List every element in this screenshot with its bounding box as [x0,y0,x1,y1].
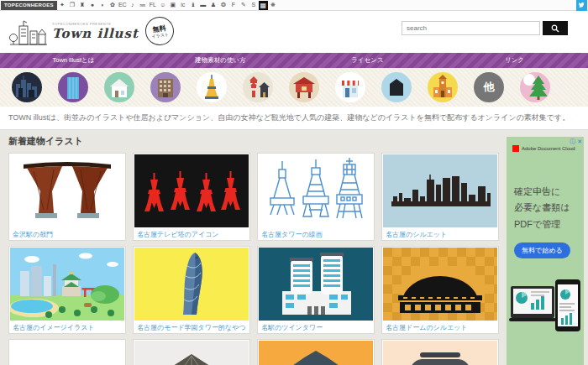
copy-icon[interactable]: ❐ [67,0,77,10]
site-icon-row: ✦❐♜●◗✿EC♪㎜FL☺▣ic♝▬♟❂F✎S [57,0,259,11]
card-gray-dome[interactable] [8,339,126,365]
card-nagoya-dome-silhouette[interactable]: 名古屋ドームのシルエット [381,246,499,334]
thumb-nagoya-image-illustration [10,248,124,321]
topecon-heroes-brand[interactable]: TOPECONHEROES [1,1,57,10]
category-house[interactable] [104,72,134,102]
music-note-icon[interactable]: ♪ [128,0,138,10]
card-title[interactable]: 名古屋のイメージイラスト [10,321,124,332]
nav-item-links[interactable]: リンク [441,53,588,68]
brush-icon[interactable]: ✎ [239,0,249,10]
category-glass-building[interactable] [58,72,88,102]
smiley-icon[interactable]: ☺ [158,0,168,10]
thumb-mode-gakuen-tower [134,248,249,321]
site-description: TOWN illustは、街並みのイラストや住居およびマンション、自由の女神など… [8,112,570,123]
category-shrine[interactable] [289,72,319,102]
category-other-label: 他 [484,80,495,95]
card-title[interactable]: 金沢駅の鼓門 [10,227,124,239]
thumb-kanazawa-tsuzumi-gate [10,154,124,227]
search-area [402,21,568,35]
card-pavilion-roof[interactable] [133,339,250,365]
thumb-pavilion-roof [134,341,249,365]
sidebar-ad[interactable]: ⓘ ✕ Adobe Document Cloud 確定申告に 必要な書類は PD… [507,137,584,365]
thumb-temple-roof-orange [259,341,373,365]
site-title: Town illust [52,26,139,41]
frame-icon[interactable]: ▣ [168,0,178,10]
site-header: TOPECONHEROES PRESENTS Town illust 無料 イラ… [0,11,588,53]
building-icon[interactable]: ♝ [188,0,198,10]
category-shop[interactable] [335,72,365,102]
icoon-site-icon[interactable]: ic [178,0,188,10]
ec-site-icon[interactable]: EC [118,0,128,10]
card-nagoya-silhouette[interactable]: 名古屋のシルエット [381,153,499,241]
card-mode-gakuen-tower[interactable]: 名古屋のモード学園タワー的なやつ [133,246,250,334]
flat-icon-site-icon[interactable]: FL [148,0,158,10]
category-tower[interactable] [197,72,227,102]
card-temple-roof-peach[interactable] [381,339,499,365]
thumb-nagoya-tv-tower-icons [134,154,249,227]
ad-brand-row: Adobe Document Cloud [512,145,584,152]
ad-close-icon[interactable]: ✕ [577,138,582,144]
site-logo[interactable]: TOPECONHEROES PRESENTS Town illust 無料 イラ… [8,16,174,46]
thumb-meieki-twin-towers [259,248,373,321]
leaf-icon[interactable]: ◗ [97,0,108,10]
category-university[interactable] [428,72,458,102]
illustration-grid: 金沢駅の鼓門 [8,153,499,365]
category-tree-nature[interactable] [520,72,550,102]
crown-icon[interactable]: ✿ [108,0,118,10]
category-building-silhouette[interactable] [381,72,412,102]
thumb-gray-dome [10,341,124,365]
twitter-bird-icon [578,2,585,9]
ad-headline-line2: 必要な書類は [514,200,584,216]
adobe-pdf-icon [512,145,519,152]
logo-text: TOPECONHEROES PRESENTS Town illust [52,22,139,41]
town-sketch-icon [8,16,47,46]
ad-cta-button[interactable]: 無料で始める [514,242,570,258]
nav-item-about[interactable]: Town illustとは [0,53,147,68]
card-nagoya-image-illustration[interactable]: 名古屋のイメージイラスト [8,246,126,334]
category-other[interactable]: 他 [474,72,504,102]
ad-brand-name: Adobe Document Cloud [522,146,575,151]
category-row: 他 [0,68,588,107]
flower-icon[interactable]: ❂ [218,0,228,10]
adchoices-controls[interactable]: ⓘ ✕ [570,138,582,146]
search-input[interactable] [402,21,540,35]
twitter-button[interactable] [576,0,587,11]
s-site-icon[interactable]: S [249,0,259,10]
card-title[interactable]: 名古屋タワーの線画 [259,227,373,239]
card-temple-roof-orange[interactable] [257,339,375,365]
card-nagoya-tower-lineart[interactable]: 名古屋タワーの線画 [257,153,375,241]
thumb-nagoya-tower-lineart [259,154,373,227]
top-utility-bar: TOPECONHEROES ✦❐♜●◗✿EC♪㎜FL☺▣ic♝▬♟❂F✎S ▦ … [0,0,588,11]
card-title[interactable]: 名古屋のモード学園タワー的なやつ [134,321,249,332]
category-office-building[interactable] [150,72,181,102]
dot-icon[interactable]: ● [87,0,97,10]
ad-info-icon[interactable]: ⓘ [570,138,575,144]
nav-item-license[interactable]: ライセンス [294,53,441,68]
car-icon[interactable]: ▬ [198,0,208,10]
card-nagoya-tv-tower-icons[interactable]: 名古屋テレビ塔のアイコン [133,153,250,241]
sofa-icon[interactable]: ✦ [57,0,67,10]
card-title[interactable]: 名古屋のシルエット [383,227,497,239]
search-button[interactable] [543,21,568,35]
card-kanazawa-tsuzumi-gate[interactable]: 金沢駅の鼓門 [8,153,126,241]
bird-icon[interactable]: ♟ [208,0,218,10]
fireworks-icon[interactable]: ❋ [268,0,278,10]
thumb-nagoya-dome-silhouette [383,248,497,321]
person-icon[interactable]: ♜ [77,0,87,10]
search-icon [551,24,559,33]
card-title[interactable]: 名古屋テレビ塔のアイコン [134,227,249,239]
card-title[interactable]: 名古屋ドームのシルエット [383,321,497,332]
card-title[interactable]: 名駅のツインタワー [259,321,373,332]
line-stamp-icon[interactable]: ㎜ [138,0,148,10]
ad-headline: 確定申告に 必要な書類は PDFで管理 [514,184,584,232]
thumb-nagoya-silhouette [383,154,497,227]
f-site-icon[interactable]: F [228,0,239,10]
card-meieki-twin-towers[interactable]: 名駅のツインタワー [257,246,375,334]
town-illust-grid-icon[interactable]: ▦ [259,1,268,10]
section-title: 新着建物イラスト [8,135,588,148]
free-illust-badge: 無料 イラスト [144,15,176,47]
category-pagoda-castle[interactable] [243,72,273,102]
category-city-skyline[interactable] [12,72,42,102]
main-content: 新着建物イラスト 金沢駅の鼓門 [0,130,588,365]
nav-item-howto[interactable]: 建物素材の使い方 [147,53,294,68]
